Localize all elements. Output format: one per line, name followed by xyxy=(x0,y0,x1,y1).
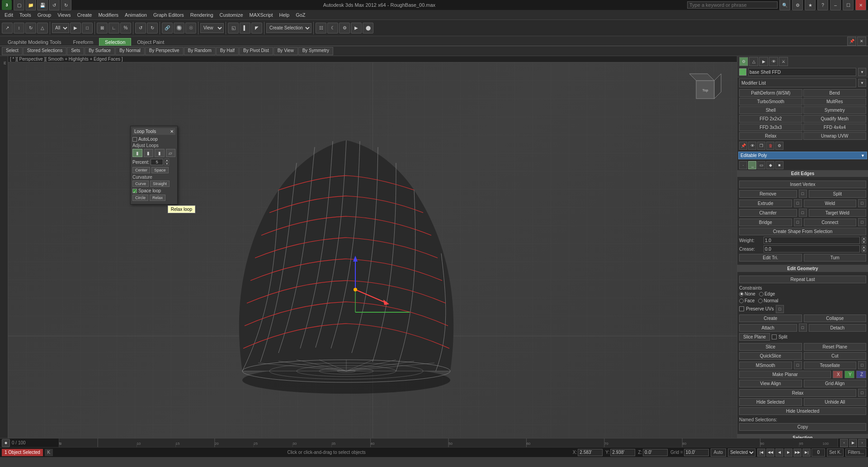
display-tab-icon[interactable]: 👁 xyxy=(769,57,778,66)
menu-graph-editors[interactable]: Graph Editors xyxy=(151,11,187,19)
tab-object-paint[interactable]: Object Paint xyxy=(131,38,170,46)
editpoly-options-icon[interactable]: ▼ xyxy=(861,153,865,158)
sel-by-symmetry-btn[interactable]: By Symmetry xyxy=(298,47,333,55)
polygon-icon[interactable]: ◆ xyxy=(766,161,774,169)
weld-btn[interactable]: Weld xyxy=(804,200,857,207)
constraint-none[interactable]: None xyxy=(739,291,755,296)
play-back-btn[interactable]: ◀ xyxy=(775,448,783,457)
ffd3x3-btn[interactable]: FFD 3x3x3 xyxy=(739,124,802,131)
target-weld-btn[interactable]: Target Weld xyxy=(809,209,867,217)
extrude-btn[interactable]: Extrude xyxy=(739,200,792,207)
sel-stored-btn[interactable]: Stored Selections xyxy=(23,47,66,55)
preserve-uvs-checkbox[interactable] xyxy=(739,306,744,311)
menu-group[interactable]: Group xyxy=(35,11,54,19)
loop-mode-icon3[interactable]: ▮ xyxy=(155,149,165,157)
ribbon-close-icon[interactable]: ✕ xyxy=(857,37,866,46)
next-frame-btn[interactable]: › xyxy=(858,439,866,447)
straight-btn[interactable]: Straight xyxy=(150,181,170,187)
extrude-settings-icon[interactable]: □ xyxy=(794,199,802,207)
close-btn[interactable]: ✕ xyxy=(855,0,866,10)
attach-settings-icon[interactable]: □ xyxy=(799,324,807,332)
quadify-btn[interactable]: Quadify Mesh xyxy=(803,115,867,123)
search-icon[interactable]: 🔍 xyxy=(779,0,790,10)
edge-icon[interactable]: ⎯ xyxy=(748,161,756,169)
percent-input[interactable] xyxy=(151,159,163,165)
hierarchy-tab-icon[interactable]: △ xyxy=(749,57,758,66)
key-btn[interactable]: K xyxy=(45,449,53,456)
remove-modifier-icon[interactable]: 🗑 xyxy=(766,142,774,150)
undo-btn[interactable]: ↺ xyxy=(49,0,60,10)
snap-btn[interactable]: ⊠ xyxy=(97,23,108,33)
sel-by-half-btn[interactable]: By Half xyxy=(216,47,239,55)
object-name-input[interactable] xyxy=(748,68,856,76)
repeat-last-btn[interactable]: Repeat Last xyxy=(739,276,866,283)
ffd2x2-btn[interactable]: FFD 2x2x2 xyxy=(739,115,802,123)
render-setup-btn[interactable]: ⚙ xyxy=(339,23,350,33)
play-btn[interactable]: ▶ xyxy=(849,439,857,447)
prev-frame-btn[interactable]: ‹ xyxy=(840,439,848,447)
select-btn[interactable]: ▶ xyxy=(70,23,81,33)
tessellate-settings-icon[interactable]: □ xyxy=(858,361,866,369)
split-btn[interactable]: Split xyxy=(809,190,867,198)
vertex-icon[interactable]: · xyxy=(739,161,747,169)
bind-btn[interactable]: ☉ xyxy=(185,23,196,33)
remove-settings-icon[interactable]: □ xyxy=(799,190,807,198)
menu-rendering[interactable]: Rendering xyxy=(188,11,216,19)
autoloop-checkbox[interactable] xyxy=(132,137,137,142)
element-icon[interactable]: ■ xyxy=(775,161,783,169)
center-btn[interactable]: Center xyxy=(132,167,150,173)
normal-radio[interactable] xyxy=(758,299,763,303)
tab-selection[interactable]: Selection xyxy=(99,38,131,46)
material-btn[interactable]: ⬤ xyxy=(363,23,373,33)
help-icon[interactable]: ? xyxy=(817,0,828,10)
curve-btn[interactable]: Curve xyxy=(132,181,149,187)
multires-btn[interactable]: MultRes xyxy=(803,98,867,105)
modifier-list-dropdown-btn[interactable]: ▼ xyxy=(858,79,866,87)
relax-lt-btn[interactable]: Relax xyxy=(150,195,165,201)
crease-input[interactable] xyxy=(764,245,860,253)
utilities-tab-icon[interactable]: ⚔ xyxy=(779,57,788,66)
constraint-normal[interactable]: Normal xyxy=(758,298,778,303)
create-shape-btn[interactable]: Create Shape From Selection xyxy=(739,228,866,235)
bridge-settings-icon[interactable]: □ xyxy=(794,218,802,226)
loop-tools-title[interactable]: Loop Tools ✕ xyxy=(132,128,175,135)
chamfer-btn[interactable]: Chamfer xyxy=(739,209,797,217)
z-value[interactable]: 0.0' xyxy=(643,449,668,456)
y-btn[interactable]: Y xyxy=(844,371,854,378)
weight-down-btn[interactable]: ▼ xyxy=(862,240,866,244)
select-mode-btn[interactable]: ↗ xyxy=(2,23,13,33)
crease-down-btn[interactable]: ▼ xyxy=(862,249,866,253)
prev-key-btn[interactable]: ◀◀ xyxy=(766,448,774,457)
mesh-area[interactable]: Top Loop Tools ✕ AutoLoop Adjust Loops ▮… xyxy=(8,62,737,447)
open-btn[interactable]: 📁 xyxy=(25,0,36,10)
x-value[interactable]: 2.583' xyxy=(578,449,603,456)
pathdeform-btn[interactable]: PathDeform (WSM) xyxy=(739,89,802,97)
ffd4x4-btn[interactable]: FFD 4x4x4 xyxy=(803,124,867,131)
make-planar-btn[interactable]: Make Planar xyxy=(739,371,831,378)
pin-stack-icon[interactable]: 📌 xyxy=(739,142,747,150)
slice-btn[interactable]: Slice xyxy=(739,343,802,351)
tab-freeform[interactable]: Freeform xyxy=(67,38,99,46)
layer-btn[interactable]: ◤ xyxy=(251,23,262,33)
loop-mode-icon1[interactable]: ▮ xyxy=(132,149,142,157)
pin-icon[interactable]: 📌 xyxy=(847,37,856,46)
sel-by-normal-btn[interactable]: By Normal xyxy=(115,47,145,55)
filters-btn[interactable]: Filters... xyxy=(845,448,866,457)
msmooth-btn[interactable]: MSmooth xyxy=(739,362,792,369)
preserve-uvs-settings-icon[interactable]: □ xyxy=(776,305,784,313)
timeline-track[interactable]: 0 5 10 15 20 25 30 35 40 50 60 xyxy=(59,438,838,447)
relax-settings-icon[interactable]: □ xyxy=(858,389,866,397)
percent-snap-btn[interactable]: % xyxy=(120,23,131,33)
border-icon[interactable]: ▭ xyxy=(757,161,765,169)
add-keyframe-btn[interactable]: ◆ xyxy=(2,439,10,447)
menu-create[interactable]: Create xyxy=(74,11,94,19)
next-key-btn[interactable]: ▶▶ xyxy=(793,448,802,457)
connect-settings-icon[interactable]: □ xyxy=(858,218,866,226)
menu-customize[interactable]: Customize xyxy=(217,11,246,19)
space-loop-checkbox[interactable]: ✓ xyxy=(132,189,137,193)
space-btn[interactable]: Space xyxy=(151,167,169,173)
percent-up-btn[interactable]: ▲ xyxy=(165,158,169,162)
attach-btn[interactable]: Attach xyxy=(739,324,797,332)
face-radio[interactable] xyxy=(739,299,744,303)
constraint-face[interactable]: Face xyxy=(739,298,755,303)
